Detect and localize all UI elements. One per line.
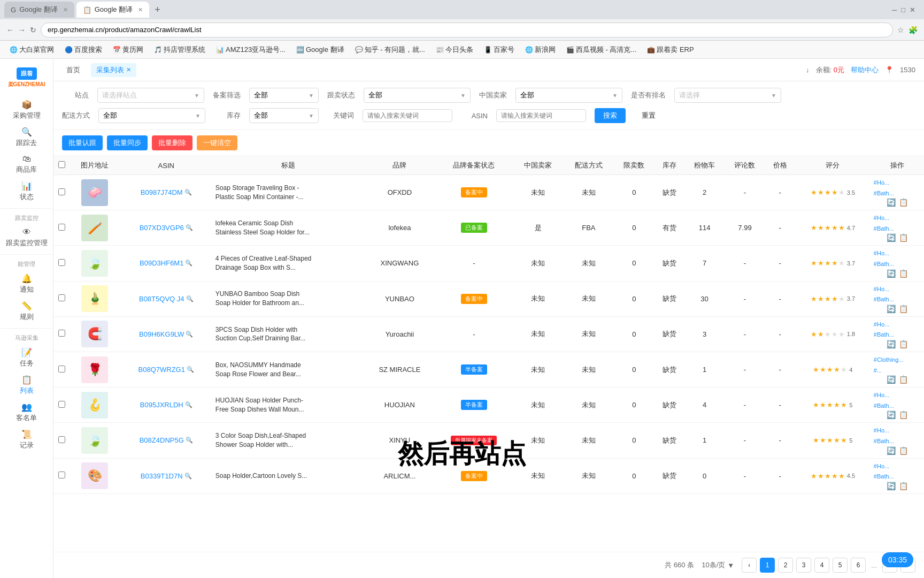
- search-button[interactable]: 搜索: [595, 108, 626, 123]
- product-tag[interactable]: #Bath...: [874, 224, 894, 234]
- batch-confirm-button[interactable]: 批量认跟: [62, 135, 103, 150]
- sidebar-item-caigou[interactable]: 📦 采购管理: [0, 96, 53, 124]
- edit-icon[interactable]: 📋: [899, 482, 908, 490]
- 是否有排名-select[interactable]: 请选择 ▼: [674, 88, 781, 103]
- sidebar-item-notify[interactable]: 🔔 通知: [0, 270, 53, 298]
- batch-delete-button[interactable]: 批量删除: [152, 135, 192, 150]
- page-size-selector[interactable]: 10条/页 ▼: [702, 560, 734, 570]
- search-icon[interactable]: 🔍: [186, 295, 194, 302]
- page-btn-5[interactable]: 5: [833, 558, 848, 573]
- asin-link[interactable]: B0987J74DM 🔍: [124, 188, 209, 196]
- extensions-icon[interactable]: 🧩: [908, 26, 918, 34]
- edit-icon[interactable]: 📋: [899, 410, 908, 419]
- page-btn-4[interactable]: 4: [814, 558, 829, 573]
- row-checkbox-8[interactable]: [58, 471, 65, 478]
- sync-icon[interactable]: 🔄: [887, 198, 896, 207]
- search-icon[interactable]: 🔍: [187, 366, 194, 373]
- sync-icon[interactable]: 🔄: [887, 446, 896, 455]
- bookmark-sina[interactable]: 🌐 新浪网: [521, 43, 560, 56]
- asin-link[interactable]: B08Q7WRZG1 🔍: [124, 366, 209, 374]
- product-tag[interactable]: #Ho...: [874, 214, 889, 223]
- product-tag[interactable]: #Bath...: [874, 437, 894, 446]
- sidebar-item-record[interactable]: 📜 记录: [0, 426, 53, 453]
- sidebar-item-rules[interactable]: 📏 规则: [0, 298, 53, 325]
- search-icon[interactable]: 🔍: [185, 401, 192, 408]
- asin-link[interactable]: B08Z4DNP5G 🔍: [124, 436, 209, 444]
- row-checkbox-4[interactable]: [58, 330, 65, 337]
- reload-icon[interactable]: ↻: [30, 26, 36, 34]
- bookmark-baidu[interactable]: 🔵 百度搜索: [60, 43, 106, 56]
- row-checkbox-2[interactable]: [58, 259, 65, 266]
- edit-icon[interactable]: 📋: [899, 198, 908, 207]
- asin-link[interactable]: B09H6KG9LW 🔍: [124, 330, 209, 338]
- product-tag[interactable]: #Ho...: [874, 391, 889, 400]
- bookmark-baijiahao[interactable]: 📱 百家号: [480, 43, 519, 56]
- product-tag[interactable]: #Ho...: [874, 462, 889, 471]
- product-tag[interactable]: #Ho...: [874, 320, 889, 330]
- batch-sync-button[interactable]: 批量同步: [107, 135, 148, 150]
- sync-icon[interactable]: 🔄: [887, 410, 896, 419]
- product-tag[interactable]: #Bath...: [874, 330, 894, 340]
- search-icon[interactable]: 🔍: [184, 473, 192, 480]
- bookmark-genzhemai[interactable]: 💼 跟着卖 ERP: [643, 43, 698, 56]
- bookmark-dabai[interactable]: 🌐 大白菜官网: [5, 43, 58, 56]
- product-tag[interactable]: #Bath...: [874, 295, 894, 305]
- sync-icon[interactable]: 🔄: [887, 269, 896, 278]
- row-checkbox-0[interactable]: [58, 188, 65, 195]
- sidebar-item-task[interactable]: 📝 任务: [0, 344, 53, 371]
- nav-tab-close[interactable]: ✕: [126, 66, 131, 73]
- maximize-btn[interactable]: □: [901, 6, 905, 14]
- 备案筛选-select[interactable]: 全部 ▼: [249, 88, 319, 103]
- close-btn[interactable]: ✕: [910, 6, 915, 14]
- download-icon[interactable]: ↓: [806, 66, 810, 74]
- edit-icon[interactable]: 📋: [899, 340, 908, 348]
- product-tag[interactable]: #Clothing...: [874, 355, 904, 365]
- row-checkbox-5[interactable]: [58, 366, 65, 372]
- bookmark-google-translate[interactable]: 🔤 Google 翻译: [292, 43, 349, 56]
- help-center-link[interactable]: 帮助中心: [851, 65, 879, 75]
- product-tag[interactable]: #Ho...: [874, 285, 889, 294]
- sync-icon[interactable]: 🔄: [887, 340, 896, 348]
- bookmark-xigua[interactable]: 🎬 西瓜视频 - 高清克...: [562, 43, 641, 56]
- search-icon[interactable]: 🔍: [186, 224, 193, 231]
- search-icon[interactable]: 🔍: [186, 437, 193, 444]
- 跟卖状态-select[interactable]: 全部 ▼: [364, 88, 471, 103]
- search-icon[interactable]: 🔍: [186, 331, 193, 338]
- asin-link[interactable]: B07XD3VGP6 🔍: [124, 224, 209, 232]
- bookmark-zhihu[interactable]: 💬 知乎 - 有问题，就...: [351, 43, 429, 56]
- 库存-select[interactable]: 全部 ▼: [249, 108, 319, 123]
- product-tag[interactable]: #Bath...: [874, 260, 894, 269]
- asin-input[interactable]: [496, 109, 586, 122]
- edit-icon[interactable]: 📋: [899, 375, 908, 384]
- new-tab-button[interactable]: +: [151, 4, 164, 16]
- row-checkbox-7[interactable]: [58, 436, 65, 443]
- edit-icon[interactable]: 📋: [899, 233, 908, 242]
- product-tag[interactable]: #Bath...: [874, 189, 894, 199]
- bookmark-toutiao[interactable]: 📰 今日头条: [432, 43, 478, 56]
- search-icon[interactable]: 🔍: [184, 189, 192, 196]
- sync-icon[interactable]: 🔄: [887, 375, 896, 384]
- reset-button[interactable]: 重置: [634, 108, 663, 123]
- prev-page-button[interactable]: ‹: [742, 558, 757, 573]
- 中国卖家-select[interactable]: 全部 ▼: [515, 88, 622, 103]
- asin-link[interactable]: B08T5QVQ J4 🔍: [124, 295, 209, 303]
- sync-icon[interactable]: 🔄: [887, 482, 896, 490]
- site-select[interactable]: 请选择站点 ▼: [97, 88, 204, 103]
- asin-link[interactable]: B095JXRLDH 🔍: [124, 401, 209, 409]
- product-tag[interactable]: #Ho...: [874, 178, 889, 188]
- select-all-checkbox[interactable]: [58, 161, 65, 168]
- sidebar-item-product[interactable]: 🛍 商品库: [0, 151, 53, 178]
- address-input[interactable]: [41, 22, 893, 37]
- bookmark-huangli[interactable]: 📅 黄历网: [109, 43, 148, 56]
- nav-tab-active[interactable]: 采集列表 ✕: [91, 63, 136, 77]
- row-checkbox-3[interactable]: [58, 294, 65, 301]
- page-btn-2[interactable]: 2: [778, 558, 793, 573]
- forward-icon[interactable]: →: [18, 26, 26, 34]
- sidebar-item-genzhu[interactable]: 🔍 跟踪去: [0, 124, 53, 151]
- asin-link[interactable]: B0339T1D7N 🔍: [124, 472, 209, 480]
- edit-icon[interactable]: 📋: [899, 305, 908, 313]
- tab-active[interactable]: 📋 Google 翻译 ✕: [76, 2, 150, 18]
- tab-close[interactable]: ✕: [63, 6, 68, 13]
- edit-icon[interactable]: 📋: [899, 269, 908, 278]
- one-click-clear-button[interactable]: 一键清空: [197, 135, 237, 150]
